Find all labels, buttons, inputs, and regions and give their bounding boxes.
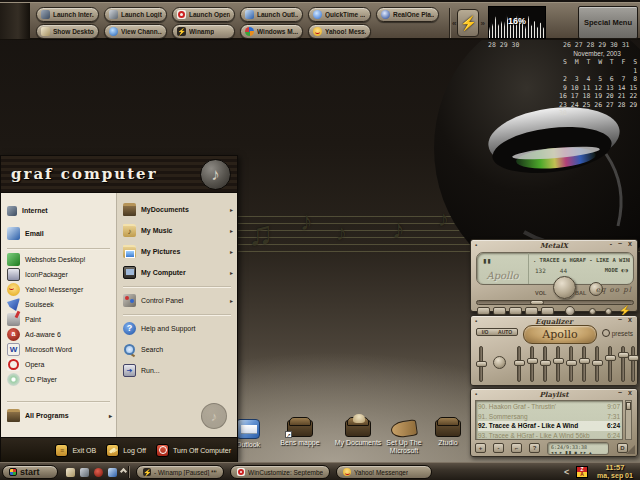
eq-band-slider[interactable] (569, 346, 573, 382)
winamp-dock-widget[interactable]: « ⚡ » (452, 8, 486, 38)
log-off-button[interactable]: Log Off (106, 444, 146, 457)
quicklaunch-adaware-icon[interactable] (94, 468, 103, 477)
eq-presets-button[interactable]: presets (602, 329, 633, 337)
desktop-icon-ztudio[interactable]: Ztudio (420, 420, 476, 447)
eq-band-slider[interactable] (582, 346, 586, 382)
dock-prev-arrow-icon[interactable]: « (452, 19, 456, 28)
playlist-remove-button[interactable]: - (493, 443, 504, 453)
window-controls[interactable]: ~ x (618, 389, 634, 396)
menu-item-run[interactable]: Run... (117, 360, 237, 381)
task-winamp[interactable]: - Winamp [Paused] *** ... (136, 465, 224, 479)
playlist-item[interactable]: 91. Sommersang7:31 (478, 412, 620, 422)
eq-band-slider[interactable] (621, 346, 625, 382)
eq-band-slider[interactable] (517, 346, 521, 382)
seek-handle[interactable] (530, 300, 544, 305)
playlist-titlebar[interactable]: ▪ Playlist ~ x (471, 389, 637, 399)
tray-collapse-arrow-icon[interactable]: < (564, 467, 569, 477)
menu-item-adaware[interactable]: aAd-aware 6 (1, 327, 116, 342)
menu-item-my-documents[interactable]: MyDocuments▸ (117, 199, 237, 220)
scrollbar-handle[interactable] (626, 402, 631, 410)
eq-band-slider[interactable] (543, 346, 547, 382)
window-menu-icon[interactable]: ▪ (475, 242, 477, 248)
shuffle-toggle[interactable] (589, 308, 596, 315)
playlist-add-button[interactable]: + (475, 443, 486, 453)
launch-opera-button[interactable]: Launch Opera (172, 7, 235, 22)
launch-outlook-button[interactable]: Launch Outl... (240, 7, 303, 22)
launch-logitech-button[interactable]: Launch Logit... (104, 7, 167, 22)
window-controls[interactable]: - ~ x (610, 240, 634, 247)
resize-grip[interactable] (626, 445, 635, 454)
menu-item-yahoo-messenger[interactable]: Yahoo! Messenger (1, 282, 116, 297)
task-wincustomize[interactable]: WinCustomize: Septembe... (230, 465, 330, 479)
dock-next-arrow-icon[interactable]: » (480, 19, 484, 28)
quicktime-button[interactable]: QuickTime ... (308, 7, 371, 22)
menu-item-webshots[interactable]: Webshots Desktop! (1, 252, 116, 267)
playlist-scrollbar[interactable] (625, 400, 632, 440)
previous-button[interactable] (477, 307, 490, 315)
menu-item-iconpackager[interactable]: IconPackager (1, 267, 116, 282)
menu-item-my-music[interactable]: My Music▸ (117, 220, 237, 241)
eq-band-slider[interactable] (608, 346, 612, 382)
view-channels-button[interactable]: View Chann... (104, 24, 167, 39)
play-button[interactable] (493, 307, 506, 315)
windows-media-button[interactable]: Windows M... (240, 24, 303, 39)
launch-internet-button[interactable]: Launch Inter... (36, 7, 99, 22)
window-menu-icon[interactable]: ▪ (475, 318, 477, 324)
menu-item-search[interactable]: Search (117, 339, 237, 360)
taskbar-clock[interactable]: 11:57 ma, sep 01 (592, 464, 638, 480)
menu-item-paint[interactable]: Paint (1, 312, 116, 327)
seek-bar[interactable] (476, 300, 634, 305)
quicklaunch-outlook-icon[interactable] (108, 468, 117, 477)
menu-item-email[interactable]: Email (1, 222, 116, 245)
playlist-item-selected[interactable]: 92. Tracee & HGraf - Like A Wind6:24 (478, 421, 620, 431)
dock-handle[interactable] (0, 3, 30, 39)
quicklaunch-show-desktop-icon[interactable] (66, 468, 75, 477)
menu-item-soulseek[interactable]: Soulseek (1, 297, 116, 312)
eq-auto-label[interactable]: AUTO (498, 329, 512, 335)
all-programs-button[interactable]: All Programs▸ (1, 405, 116, 425)
spectrum-analyzer[interactable]: 16% (488, 6, 546, 39)
show-desktop-button[interactable]: Show Desktop (36, 24, 99, 39)
shade-icon[interactable]: ~ (618, 389, 624, 396)
shade-icon[interactable]: ~ (618, 316, 624, 323)
task-yahoo-messenger[interactable]: Yahoo! Messenger (336, 465, 432, 479)
menu-item-internet[interactable]: Internet (1, 199, 116, 222)
menu-item-my-pictures[interactable]: My Pictures▸ (117, 241, 237, 262)
playlist-item[interactable]: 93. Tracee & HGraf - Like A Wind 56kb6:2… (478, 431, 620, 441)
menu-item-my-computer[interactable]: My Computer▸ (117, 262, 237, 283)
repeat-toggle[interactable] (605, 308, 612, 315)
special-menu-button[interactable]: Special Menu (578, 6, 638, 39)
realone-button[interactable]: RealOne Pla... (376, 7, 439, 22)
minimize-icon[interactable]: - (610, 240, 614, 247)
start-button[interactable]: start (2, 465, 58, 479)
eq-preamp-slider[interactable] (479, 346, 483, 382)
eq-band-slider[interactable] (530, 346, 534, 382)
eq-onoff-auto-toggles[interactable]: I/O AUTO (476, 328, 518, 336)
turn-off-button[interactable]: Turn Off Computer (156, 444, 231, 457)
eq-io-label[interactable]: I/O (482, 329, 489, 335)
desktop-icon-bens-mappe[interactable]: ↗ Bens mappe (272, 420, 328, 447)
close-icon[interactable]: x (628, 240, 634, 247)
menu-item-cd-player[interactable]: CD Player (1, 372, 116, 387)
zonealarm-tray-icon[interactable]: Z A (576, 466, 588, 478)
eq-playlist-toggle-cluster[interactable]: eq oo pl (596, 286, 632, 294)
shade-icon[interactable]: ~ (618, 240, 624, 247)
eq-band-slider[interactable] (631, 346, 635, 382)
pause-button[interactable] (509, 307, 522, 315)
window-menu-icon[interactable]: ▪ (475, 391, 477, 397)
playlist-select-button[interactable]: ⌐ (511, 443, 522, 453)
menu-item-opera[interactable]: Opera (1, 357, 116, 372)
close-icon[interactable]: x (628, 389, 634, 396)
menu-item-word[interactable]: WMicrosoft Word (1, 342, 116, 357)
mini-transport-icons[interactable]: ◂◂ ▸ ▮▮ ■ ▸▸ ▴ (548, 450, 608, 455)
quicklaunch-overflow-chevron-icon[interactable] (120, 468, 127, 475)
close-icon[interactable]: x (628, 316, 634, 323)
eq-balance-knob[interactable] (493, 356, 506, 369)
winamp-button[interactable]: Winamp (172, 24, 235, 39)
quicklaunch-messenger-icon[interactable] (80, 468, 89, 477)
menu-item-control-panel[interactable]: Control Panel▸ (117, 290, 237, 311)
volume-knob[interactable] (553, 276, 576, 299)
eq-band-slider[interactable] (595, 346, 599, 382)
stop-button[interactable] (525, 307, 538, 315)
winamp-main-titlebar[interactable]: ▪ MetalX - ~ x (471, 240, 637, 250)
